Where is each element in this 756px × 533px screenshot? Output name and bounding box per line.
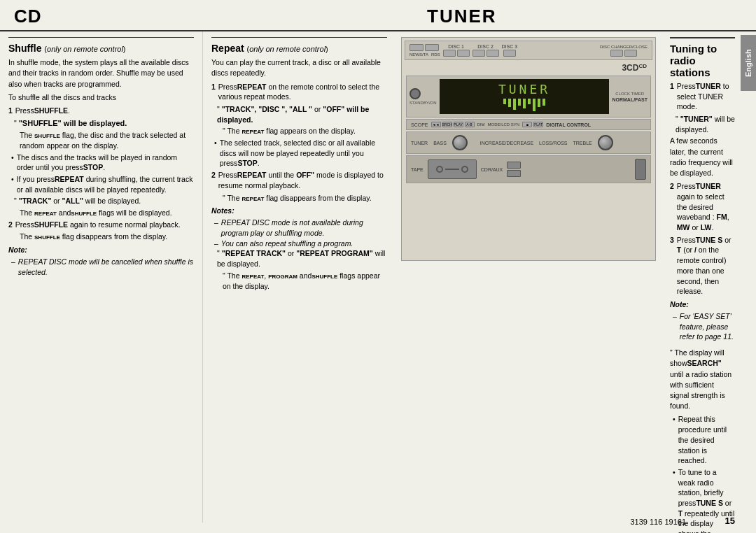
disc3-area: DISC 3	[502, 44, 518, 57]
page-container: CD TUNER English Shuffle (only on remote…	[0, 0, 756, 533]
left-controls: STANDBY/ON	[410, 88, 437, 105]
repeat-intro: You can play the current track, a disc o…	[211, 57, 387, 78]
shuffle-quote2: " "TRACK" or "ALL" will be displayed.	[8, 196, 194, 206]
shuffle-sub3: The SHUFFLE flag disappears from the dis…	[8, 232, 194, 242]
notes-quote1: " "REPEAT TRACK" or "REPEAT PROGRAM" wil…	[211, 248, 387, 269]
notes-item2: – You can also repeat shuffling a progra…	[211, 239, 387, 249]
shuffle-title: Shuffle	[8, 43, 41, 54]
repeat-bullet1: • The selected track, selected disc or a…	[211, 138, 387, 169]
tuner-btn: TUNER	[411, 141, 428, 145]
search-note: " The display will showSEARCH" until a r…	[670, 348, 735, 411]
tuner-display-text: TUNER	[445, 82, 604, 97]
top-panel: NEWS/TARDS DISC 1 DISC 2	[405, 41, 652, 60]
speaker-icon-right	[635, 159, 646, 180]
shuffle-step1-text: PressSHUFFLE.	[15, 106, 70, 116]
disc1-label: DISC 1	[448, 44, 464, 49]
tuning-step1-quote: " "TUNER" will be displayed.	[670, 114, 735, 134]
clock-label: CLOCK TIMER	[615, 92, 644, 96]
notes-heading: Notes:	[211, 206, 387, 216]
header: CD TUNER	[0, 0, 756, 31]
three-cd-area: 3CD CD	[405, 62, 652, 74]
stereo-image-area: NEWS/TARDS DISC 1 DISC 2	[396, 31, 662, 523]
cdr-aux-label: CDR/AUX	[481, 167, 503, 172]
right-bullet1: • Repeat this procedure until the desire…	[670, 414, 735, 465]
tuning-heading: Tuning to radio stations	[670, 43, 735, 78]
controls-row: SCOPE ◄◄ SRCH PLAY A-B DIM MODE/LCD SYN …	[406, 119, 651, 130]
repeat-subheading: only on remote control	[249, 45, 326, 53]
repeat-title: Repeat	[211, 43, 244, 54]
tape-row: TAPE CDR/AUX	[406, 155, 651, 183]
page-number: 15	[725, 516, 735, 526]
news-buttons: NEWS/TARDS	[410, 44, 440, 57]
english-tab: English	[741, 35, 756, 91]
shuffle-intro: In shuffle mode, the system plays all th…	[8, 57, 194, 90]
repeat-sub2: " The REPEAT flag disappears from the di…	[211, 193, 387, 204]
shuffle-bullet2: • If you pressREPEAT during shuffling, t…	[8, 174, 194, 194]
notes-sub1: " The REPEAT, PROGRAM andSHUFFLE flags a…	[211, 271, 387, 291]
right-indicator: CLOCK TIMER NORMAL/FAST	[612, 92, 648, 102]
disc1-area: DISC 1	[443, 44, 470, 57]
tuning-column: Tuning to radio stations 1 PressTUNER to…	[662, 31, 756, 523]
tuning-step1-detail: A few seconds later, the current radio f…	[670, 136, 735, 178]
tape-label: TAPE	[411, 167, 424, 172]
three-cd-badge: 3CD	[622, 63, 638, 73]
repeat-step1: 1 PressREPEAT on the remote control to s…	[211, 82, 387, 102]
eq-bars-container	[445, 99, 604, 111]
tuner-title: TUNER	[182, 6, 742, 27]
shuffle-step1: 1 PressSHUFFLE.	[8, 106, 194, 116]
cd-shuffle-column: Shuffle (only on remote control) In shuf…	[0, 31, 203, 523]
repeat-heading: Repeat (only on remote control)	[211, 42, 387, 55]
shuffle-sub1: The SHUFFLE flag, the disc and the track…	[8, 130, 194, 150]
transport-buttons: ◄◄ SRCH PLAY A-B	[431, 122, 475, 127]
tuning-step2: 2 PressTUNER again to select the desired…	[670, 181, 735, 232]
stereo-device: NEWS/TARDS DISC 1 DISC 2	[401, 37, 656, 261]
disc-changer-label: DISC CHANGER/CLOSE	[600, 45, 648, 49]
bass-knob[interactable]	[452, 135, 468, 150]
disc2-area: DISC 2	[472, 44, 499, 57]
tape-deck	[428, 159, 477, 179]
shuffle-subheading: only on remote control	[47, 45, 123, 53]
cd-title: CD	[14, 6, 42, 27]
stop-buttons: ■ FLAT	[522, 122, 543, 127]
main-display: TUNER	[440, 79, 610, 114]
shuffle-to-all: To shuffle all the discs and tracks	[8, 92, 194, 103]
shuffle-sub2: The REPEAT andSHUFFLE flags will be disp…	[8, 208, 194, 218]
power-button[interactable]	[410, 88, 421, 99]
shuffle-step2: 2 PressSHUFFLE again to resume normal pl…	[8, 220, 194, 230]
notes-item1: – REPEAT DISC mode is not available duri…	[211, 218, 387, 238]
shuffle-bullet1: • The discs and the tracks will be playe…	[8, 152, 194, 173]
shuffle-note1: – REPEAT DISC mode will be cancelled whe…	[8, 257, 194, 277]
knobs-row: TUNER BASS INCREASE/DECREASE LOSS/ROSS T…	[406, 132, 651, 154]
repeat-sub1: " The REPEAT flag appears on the display…	[211, 126, 387, 136]
repeat-step2: 2 PressREPEAT until the OFF" mode is dis…	[211, 170, 387, 190]
repeat-column: Repeat (only on remote control) You can …	[203, 31, 396, 523]
disc2-label: DISC 2	[477, 44, 493, 49]
main-content: Shuffle (only on remote control) In shuf…	[0, 31, 756, 523]
display-section: STANDBY/ON TUNER	[406, 76, 651, 118]
tuning-note-easy-set: – For 'EASY SET' feature, please refer t…	[670, 311, 735, 342]
treble-knob[interactable]	[598, 135, 613, 150]
shuffle-note-heading: Note:	[8, 245, 194, 255]
shuffle-heading: Shuffle (only on remote control)	[8, 42, 194, 55]
scope-label: SCOPE	[411, 122, 428, 127]
shuffle-quote1: " "SHUFFLE" will be displayed.	[8, 118, 194, 129]
catalog-number: 3139 116 19161	[630, 518, 686, 526]
repeat-quote1: " "TRACK", "DISC ", "ALL " or "OFF" will…	[211, 104, 387, 125]
tuning-step3: 3 PressTUNE S or T (or / on the remote c…	[670, 235, 735, 297]
digital-control-label: DIGITAL CONTROL	[546, 122, 591, 127]
tuning-step1: 1 PressTUNER to select TUNER mode.	[670, 81, 735, 112]
disc-changer-area: DISC CHANGER/CLOSE	[600, 45, 648, 57]
disc3-label: DISC 3	[502, 44, 518, 49]
tuning-note-heading: Note:	[670, 299, 735, 310]
